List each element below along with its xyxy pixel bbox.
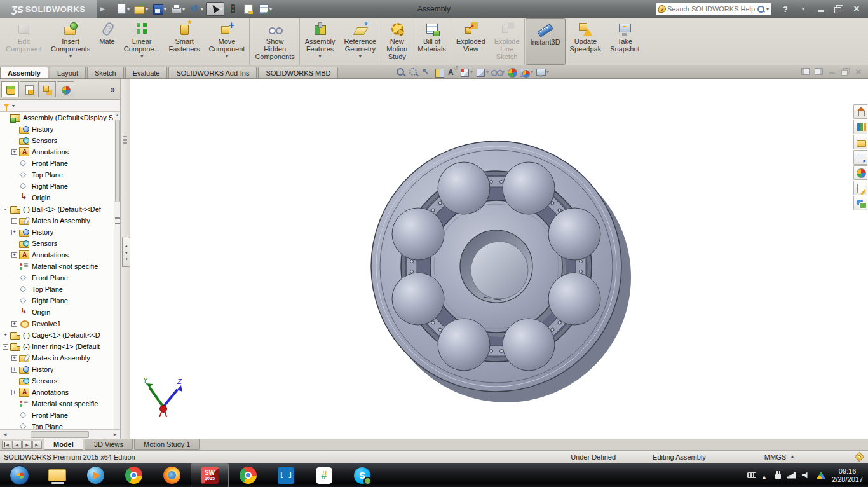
tree-item[interactable]: Mates in Assembly: [0, 215, 114, 226]
doc-minimize-icon[interactable]: [827, 67, 836, 76]
help-icon[interactable]: [778, 3, 793, 15]
ribbon-button[interactable]: Explode Line Sketch: [490, 18, 525, 65]
taskbar-app[interactable]: SW 2015: [191, 463, 229, 487]
help-caret-icon[interactable]: [796, 3, 811, 15]
heads-up-button[interactable]: [408, 67, 419, 78]
dropdown-caret-icon[interactable]: ▾: [269, 6, 272, 12]
graphics-viewport[interactable]: Y Z: [130, 79, 868, 439]
taskbar-app[interactable]: [229, 463, 267, 487]
scrollbar-thumb[interactable]: [31, 431, 89, 438]
next-tab-icon[interactable]: [22, 441, 32, 449]
panel-tab[interactable]: [1, 81, 19, 97]
task-pane-button[interactable]: [853, 135, 867, 149]
quick-access-button[interactable]: [226, 3, 240, 15]
command-tab[interactable]: Sketch: [87, 67, 124, 78]
scroll-right-icon[interactable]: ▶: [111, 431, 119, 438]
quick-access-button[interactable]: ▾: [256, 3, 273, 15]
expander-icon[interactable]: [3, 207, 8, 212]
taskbar-app[interactable]: S: [343, 463, 381, 487]
ribbon-button[interactable]: Exploded View: [452, 18, 490, 65]
tree-item[interactable]: Right Plane: [0, 181, 114, 192]
dropdown-caret-icon[interactable]: ▾: [486, 69, 489, 75]
dropdown-caret-icon[interactable]: ▾: [127, 6, 130, 12]
panel-overflow-chevron[interactable]: »: [111, 85, 119, 94]
taskbar-app[interactable]: [153, 463, 191, 487]
expander-icon[interactable]: [11, 367, 17, 373]
tree-horizontal-scrollbar[interactable]: ◀ ▶: [0, 429, 120, 439]
ribbon-button[interactable]: Mate: [95, 18, 119, 65]
taskbar-app[interactable]: #: [305, 463, 343, 487]
panel-splitter[interactable]: ◂ ◂ ◂: [121, 79, 130, 439]
tree-item[interactable]: Origin: [0, 192, 114, 203]
taskbar-app[interactable]: [114, 463, 153, 487]
expander-icon[interactable]: [11, 149, 17, 155]
tree-item[interactable]: Sensors: [0, 238, 114, 249]
command-tab[interactable]: Layout: [50, 67, 86, 78]
dropdown-caret-icon[interactable]: ▾: [146, 6, 148, 12]
ribbon-button[interactable]: Linear Compone... ▾: [119, 18, 165, 65]
tree-item[interactable]: Front Plane: [0, 272, 114, 284]
tree-item[interactable]: History: [0, 226, 114, 238]
ribbon-button[interactable]: Bill of Materials: [413, 18, 451, 65]
expander-icon[interactable]: [11, 321, 17, 327]
panel-collapse-handle[interactable]: ◂ ◂ ◂: [122, 237, 130, 267]
heads-up-button[interactable]: ▾: [519, 67, 533, 78]
tree-item[interactable]: Material <not specifie: [0, 261, 114, 272]
expander-icon[interactable]: [11, 252, 17, 258]
heads-up-button[interactable]: ▾: [475, 67, 489, 78]
tree-item[interactable]: Material <not specifie: [0, 398, 114, 409]
ribbon-button[interactable]: Edit Component: [1, 18, 46, 65]
expander-icon[interactable]: [3, 344, 8, 350]
tree-item[interactable]: Sensors: [0, 135, 114, 146]
first-tab-icon[interactable]: [2, 441, 11, 449]
network-icon[interactable]: [787, 472, 796, 479]
task-pane-button[interactable]: [853, 104, 867, 119]
ribbon-button[interactable]: Assembly Features ▾: [301, 18, 340, 65]
splitter-grip-icon[interactable]: [123, 136, 127, 146]
taskbar-app[interactable]: [0, 463, 38, 487]
taskbar-app[interactable]: [ ]: [267, 463, 305, 487]
tree-item[interactable]: Front Plane: [0, 158, 114, 169]
tree-item[interactable]: Origin: [0, 306, 114, 318]
heads-up-button[interactable]: [395, 67, 406, 78]
document-tab[interactable]: Motion Study 1: [134, 439, 200, 450]
dropdown-caret-icon[interactable]: ▾: [201, 6, 203, 12]
panel-splitter-grip[interactable]: [115, 217, 120, 226]
ribbon-button[interactable]: New Motion Study: [382, 18, 412, 65]
tree-filter-bar[interactable]: ▾: [0, 100, 120, 112]
panel-tab[interactable]: [57, 81, 74, 97]
heads-up-button[interactable]: [433, 67, 444, 78]
dropdown-caret-icon[interactable]: ▾: [220, 6, 222, 12]
search-input[interactable]: [667, 5, 756, 13]
doc-close-icon[interactable]: [854, 67, 863, 76]
quick-access-button[interactable]: ▾: [132, 3, 149, 15]
document-tab[interactable]: Model: [44, 439, 83, 450]
task-pane-button[interactable]: [853, 196, 867, 210]
task-pane-button[interactable]: [853, 120, 867, 134]
volume-icon[interactable]: [802, 472, 810, 479]
hidden-icons-icon[interactable]: [763, 472, 769, 479]
ribbon-button[interactable]: Take Snapshot: [606, 18, 644, 65]
minimize-icon[interactable]: [813, 3, 829, 15]
task-pane-button[interactable]: [853, 165, 867, 180]
dropdown-caret-icon[interactable]: ▾: [470, 69, 473, 75]
dropdown-caret-icon[interactable]: ▾: [226, 53, 228, 59]
command-tab[interactable]: SOLIDWORKS Add-Ins: [168, 67, 257, 78]
command-tab[interactable]: Assembly: [0, 67, 48, 78]
tree-item[interactable]: Annotations: [0, 249, 114, 261]
dropdown-caret-icon[interactable]: ▾: [69, 53, 72, 59]
search-options-caret-icon[interactable]: ▾: [766, 6, 769, 12]
units-status[interactable]: MMGS: [764, 453, 786, 461]
tree-item[interactable]: Assembly (Default<Display S: [0, 112, 114, 123]
expander-icon[interactable]: [11, 218, 17, 224]
tree-item[interactable]: Front Plane: [0, 409, 114, 421]
tree-item[interactable]: History: [0, 123, 114, 135]
tree-item[interactable]: (-) Cage<1> (Default<<D: [0, 329, 114, 341]
tree-item[interactable]: Top Plane: [0, 284, 114, 295]
tree-item[interactable]: Annotations: [0, 146, 114, 158]
tree-vertical-scrollbar[interactable]: ▲: [114, 112, 120, 429]
quick-access-button[interactable]: ▾: [169, 3, 186, 15]
prev-tab-icon[interactable]: [12, 441, 22, 449]
heads-up-button[interactable]: ▾: [491, 67, 505, 78]
heads-up-button[interactable]: [421, 67, 431, 78]
